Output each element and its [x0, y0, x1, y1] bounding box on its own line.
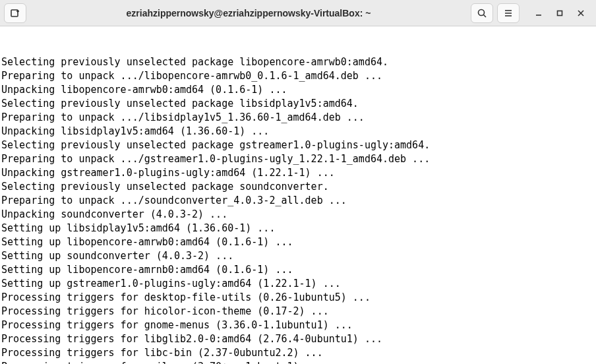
terminal-line: Processing triggers for gnome-menus (3.3…: [1, 318, 595, 332]
terminal-line: Setting up libopencore-amrwb0:amd64 (0.1…: [1, 235, 595, 249]
terminal-line: Selecting previously unselected package …: [1, 97, 595, 111]
window-title: ezriahzippernowsky@ezriahzippernowsky-Vi…: [30, 8, 467, 18]
search-icon: [477, 8, 487, 18]
titlebar-right: [471, 3, 592, 23]
terminal-line: Selecting previously unselected package …: [1, 138, 595, 152]
search-button[interactable]: [471, 3, 493, 23]
terminal-line: Unpacking libsidplay1v5:amd64 (1.36.60-1…: [1, 125, 595, 138]
terminal-output: Selecting previously unselected package …: [1, 55, 595, 364]
terminal-line: Processing triggers for libc-bin (2.37-0…: [1, 346, 595, 360]
terminal-line: Selecting previously unselected package …: [1, 180, 595, 194]
terminal-line: Setting up libsidplay1v5:amd64 (1.36.60-…: [1, 222, 595, 235]
maximize-icon: [556, 9, 564, 17]
terminal-line: Processing triggers for desktop-file-uti…: [1, 291, 595, 305]
hamburger-icon: [503, 8, 514, 18]
menu-button[interactable]: [497, 3, 520, 23]
minimize-icon: [535, 9, 543, 17]
terminal-area[interactable]: Selecting previously unselected package …: [0, 26, 596, 364]
terminal-line: Unpacking libopencore-amrwb0:amd64 (0.1.…: [1, 83, 595, 97]
new-tab-button[interactable]: [4, 3, 26, 23]
terminal-line: Setting up libopencore-amrnb0:amd64 (0.1…: [1, 263, 595, 277]
terminal-line: Preparing to unpack .../libsidplay1v5_1.…: [1, 111, 595, 125]
terminal-line: Preparing to unpack .../soundconverter_4…: [1, 194, 595, 208]
maximize-button[interactable]: [554, 7, 566, 19]
terminal-line: Preparing to unpack .../libopencore-amrw…: [1, 69, 595, 83]
svg-point-3: [479, 9, 485, 15]
terminal-line: Setting up gstreamer1.0-plugins-ugly:amd…: [1, 277, 595, 291]
minimize-button[interactable]: [533, 7, 545, 19]
svg-line-4: [484, 15, 487, 17]
terminal-line: Selecting previously unselected package …: [1, 55, 595, 69]
terminal-line: Unpacking gstreamer1.0-plugins-ugly:amd6…: [1, 166, 595, 180]
window-controls: [533, 7, 587, 19]
svg-rect-9: [558, 11, 562, 15]
terminal-line: Processing triggers for hicolor-icon-the…: [1, 305, 595, 318]
close-icon: [577, 9, 585, 17]
titlebar-left: [4, 3, 26, 23]
titlebar: ezriahzippernowsky@ezriahzippernowsky-Vi…: [0, 0, 596, 26]
terminal-line: Processing triggers for libglib2.0-0:amd…: [1, 332, 595, 346]
new-tab-icon: [10, 8, 20, 18]
terminal-line: Unpacking soundconverter (4.0.3-2) ...: [1, 208, 595, 222]
terminal-line: Processing triggers for mailcap (3.70+nm…: [1, 360, 595, 364]
close-button[interactable]: [575, 7, 587, 19]
terminal-line: Preparing to unpack .../gstreamer1.0-plu…: [1, 152, 595, 166]
terminal-line: Setting up soundconverter (4.0.3-2) ...: [1, 249, 595, 263]
